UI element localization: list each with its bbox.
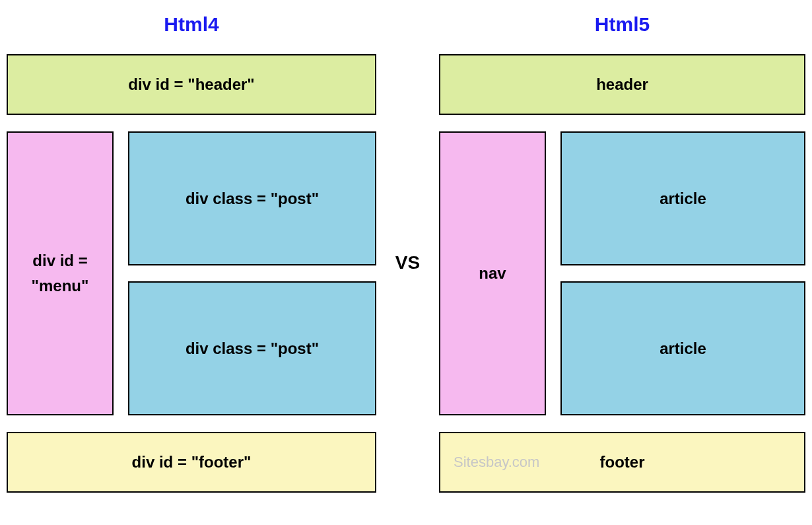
html5-header-label: header <box>596 75 648 94</box>
html4-header-box: div id = "header" <box>7 54 376 115</box>
html5-articles: article article <box>560 131 805 415</box>
html4-menu-box: div id = "menu" <box>7 131 114 415</box>
html4-posts: div class = "post" div class = "post" <box>128 131 376 415</box>
watermark-text: Sitesbay.com <box>454 454 539 471</box>
html5-article2-label: article <box>660 339 706 358</box>
html4-footer-label: div id = "footer" <box>132 453 252 472</box>
html5-footer-label: footer <box>600 453 645 472</box>
html5-column: Html5 header nav article article Sitesba… <box>439 7 805 518</box>
vs-label: VS <box>395 252 420 273</box>
html5-title: Html5 <box>439 13 805 36</box>
html5-middle-row: nav article article <box>439 131 805 415</box>
html4-middle-row: div id = "menu" div class = "post" div c… <box>7 131 376 415</box>
html4-footer-box: div id = "footer" <box>7 432 376 493</box>
html5-header-box: header <box>439 54 805 115</box>
vs-separator: VS <box>376 7 439 518</box>
html5-article1-box: article <box>560 131 805 265</box>
html4-post2-label: div class = "post" <box>186 339 319 358</box>
html4-column: Html4 div id = "header" div id = "menu" … <box>7 7 376 518</box>
html4-post2-box: div class = "post" <box>128 281 376 415</box>
html4-menu-label: div id = "menu" <box>8 248 112 299</box>
html5-nav-box: nav <box>439 131 546 415</box>
html4-title: Html4 <box>7 13 376 36</box>
html5-article1-label: article <box>660 190 706 208</box>
html4-post1-label: div class = "post" <box>186 190 319 208</box>
comparison-diagram: Html4 div id = "header" div id = "menu" … <box>7 7 805 518</box>
html5-article2-box: article <box>560 281 805 415</box>
html4-post1-box: div class = "post" <box>128 131 376 265</box>
html5-nav-label: nav <box>479 261 506 286</box>
html5-footer-box: Sitesbay.com footer <box>439 432 805 493</box>
html4-header-label: div id = "header" <box>128 75 254 94</box>
